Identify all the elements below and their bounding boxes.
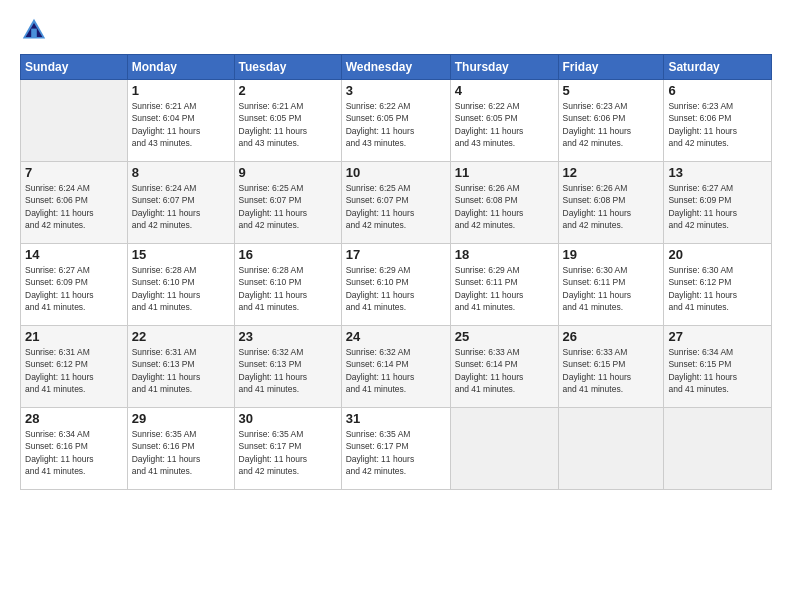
- calendar-cell: 13Sunrise: 6:27 AM Sunset: 6:09 PM Dayli…: [664, 162, 772, 244]
- day-number: 17: [346, 247, 446, 262]
- day-info: Sunrise: 6:24 AM Sunset: 6:07 PM Dayligh…: [132, 182, 230, 231]
- svg-rect-2: [31, 29, 37, 37]
- day-number: 24: [346, 329, 446, 344]
- day-number: 25: [455, 329, 554, 344]
- calendar-cell: 14Sunrise: 6:27 AM Sunset: 6:09 PM Dayli…: [21, 244, 128, 326]
- day-number: 7: [25, 165, 123, 180]
- calendar-header: SundayMondayTuesdayWednesdayThursdayFrid…: [21, 55, 772, 80]
- week-row-1: 1Sunrise: 6:21 AM Sunset: 6:04 PM Daylig…: [21, 80, 772, 162]
- calendar-cell: 17Sunrise: 6:29 AM Sunset: 6:10 PM Dayli…: [341, 244, 450, 326]
- calendar-cell: 10Sunrise: 6:25 AM Sunset: 6:07 PM Dayli…: [341, 162, 450, 244]
- day-number: 16: [239, 247, 337, 262]
- calendar-cell: 30Sunrise: 6:35 AM Sunset: 6:17 PM Dayli…: [234, 408, 341, 490]
- day-info: Sunrise: 6:26 AM Sunset: 6:08 PM Dayligh…: [563, 182, 660, 231]
- day-info: Sunrise: 6:26 AM Sunset: 6:08 PM Dayligh…: [455, 182, 554, 231]
- calendar-cell: [558, 408, 664, 490]
- calendar-cell: 29Sunrise: 6:35 AM Sunset: 6:16 PM Dayli…: [127, 408, 234, 490]
- day-number: 28: [25, 411, 123, 426]
- day-number: 8: [132, 165, 230, 180]
- day-info: Sunrise: 6:35 AM Sunset: 6:17 PM Dayligh…: [239, 428, 337, 477]
- calendar-cell: 6Sunrise: 6:23 AM Sunset: 6:06 PM Daylig…: [664, 80, 772, 162]
- day-number: 19: [563, 247, 660, 262]
- day-number: 11: [455, 165, 554, 180]
- day-info: Sunrise: 6:30 AM Sunset: 6:12 PM Dayligh…: [668, 264, 767, 313]
- day-number: 23: [239, 329, 337, 344]
- weekday-sunday: Sunday: [21, 55, 128, 80]
- calendar-cell: 5Sunrise: 6:23 AM Sunset: 6:06 PM Daylig…: [558, 80, 664, 162]
- calendar-cell: 11Sunrise: 6:26 AM Sunset: 6:08 PM Dayli…: [450, 162, 558, 244]
- weekday-tuesday: Tuesday: [234, 55, 341, 80]
- week-row-5: 28Sunrise: 6:34 AM Sunset: 6:16 PM Dayli…: [21, 408, 772, 490]
- day-info: Sunrise: 6:30 AM Sunset: 6:11 PM Dayligh…: [563, 264, 660, 313]
- day-number: 13: [668, 165, 767, 180]
- day-info: Sunrise: 6:28 AM Sunset: 6:10 PM Dayligh…: [239, 264, 337, 313]
- day-info: Sunrise: 6:33 AM Sunset: 6:15 PM Dayligh…: [563, 346, 660, 395]
- day-number: 29: [132, 411, 230, 426]
- weekday-saturday: Saturday: [664, 55, 772, 80]
- day-info: Sunrise: 6:27 AM Sunset: 6:09 PM Dayligh…: [668, 182, 767, 231]
- day-info: Sunrise: 6:25 AM Sunset: 6:07 PM Dayligh…: [239, 182, 337, 231]
- day-info: Sunrise: 6:23 AM Sunset: 6:06 PM Dayligh…: [563, 100, 660, 149]
- day-number: 14: [25, 247, 123, 262]
- day-info: Sunrise: 6:29 AM Sunset: 6:11 PM Dayligh…: [455, 264, 554, 313]
- day-number: 12: [563, 165, 660, 180]
- day-number: 21: [25, 329, 123, 344]
- calendar-cell: 24Sunrise: 6:32 AM Sunset: 6:14 PM Dayli…: [341, 326, 450, 408]
- calendar-cell: 28Sunrise: 6:34 AM Sunset: 6:16 PM Dayli…: [21, 408, 128, 490]
- day-info: Sunrise: 6:34 AM Sunset: 6:15 PM Dayligh…: [668, 346, 767, 395]
- day-number: 2: [239, 83, 337, 98]
- day-number: 5: [563, 83, 660, 98]
- day-info: Sunrise: 6:31 AM Sunset: 6:12 PM Dayligh…: [25, 346, 123, 395]
- calendar-cell: 18Sunrise: 6:29 AM Sunset: 6:11 PM Dayli…: [450, 244, 558, 326]
- day-info: Sunrise: 6:33 AM Sunset: 6:14 PM Dayligh…: [455, 346, 554, 395]
- day-info: Sunrise: 6:29 AM Sunset: 6:10 PM Dayligh…: [346, 264, 446, 313]
- calendar-cell: 9Sunrise: 6:25 AM Sunset: 6:07 PM Daylig…: [234, 162, 341, 244]
- day-number: 3: [346, 83, 446, 98]
- week-row-2: 7Sunrise: 6:24 AM Sunset: 6:06 PM Daylig…: [21, 162, 772, 244]
- calendar-cell: 15Sunrise: 6:28 AM Sunset: 6:10 PM Dayli…: [127, 244, 234, 326]
- day-info: Sunrise: 6:21 AM Sunset: 6:04 PM Dayligh…: [132, 100, 230, 149]
- calendar-cell: 2Sunrise: 6:21 AM Sunset: 6:05 PM Daylig…: [234, 80, 341, 162]
- calendar-cell: 31Sunrise: 6:35 AM Sunset: 6:17 PM Dayli…: [341, 408, 450, 490]
- calendar-cell: [21, 80, 128, 162]
- day-number: 4: [455, 83, 554, 98]
- calendar-cell: 25Sunrise: 6:33 AM Sunset: 6:14 PM Dayli…: [450, 326, 558, 408]
- day-number: 22: [132, 329, 230, 344]
- day-info: Sunrise: 6:25 AM Sunset: 6:07 PM Dayligh…: [346, 182, 446, 231]
- week-row-3: 14Sunrise: 6:27 AM Sunset: 6:09 PM Dayli…: [21, 244, 772, 326]
- day-number: 1: [132, 83, 230, 98]
- day-number: 15: [132, 247, 230, 262]
- calendar-cell: 8Sunrise: 6:24 AM Sunset: 6:07 PM Daylig…: [127, 162, 234, 244]
- calendar-cell: 23Sunrise: 6:32 AM Sunset: 6:13 PM Dayli…: [234, 326, 341, 408]
- day-info: Sunrise: 6:22 AM Sunset: 6:05 PM Dayligh…: [455, 100, 554, 149]
- calendar-cell: 19Sunrise: 6:30 AM Sunset: 6:11 PM Dayli…: [558, 244, 664, 326]
- calendar-cell: 4Sunrise: 6:22 AM Sunset: 6:05 PM Daylig…: [450, 80, 558, 162]
- calendar-cell: 22Sunrise: 6:31 AM Sunset: 6:13 PM Dayli…: [127, 326, 234, 408]
- day-info: Sunrise: 6:34 AM Sunset: 6:16 PM Dayligh…: [25, 428, 123, 477]
- logo: [20, 16, 50, 44]
- day-info: Sunrise: 6:35 AM Sunset: 6:17 PM Dayligh…: [346, 428, 446, 477]
- day-info: Sunrise: 6:24 AM Sunset: 6:06 PM Dayligh…: [25, 182, 123, 231]
- day-info: Sunrise: 6:27 AM Sunset: 6:09 PM Dayligh…: [25, 264, 123, 313]
- logo-icon: [20, 16, 48, 44]
- weekday-friday: Friday: [558, 55, 664, 80]
- day-number: 9: [239, 165, 337, 180]
- day-number: 26: [563, 329, 660, 344]
- weekday-monday: Monday: [127, 55, 234, 80]
- day-number: 20: [668, 247, 767, 262]
- day-number: 6: [668, 83, 767, 98]
- calendar-cell: 7Sunrise: 6:24 AM Sunset: 6:06 PM Daylig…: [21, 162, 128, 244]
- day-number: 10: [346, 165, 446, 180]
- day-number: 18: [455, 247, 554, 262]
- calendar-cell: 26Sunrise: 6:33 AM Sunset: 6:15 PM Dayli…: [558, 326, 664, 408]
- day-info: Sunrise: 6:32 AM Sunset: 6:14 PM Dayligh…: [346, 346, 446, 395]
- calendar-cell: 16Sunrise: 6:28 AM Sunset: 6:10 PM Dayli…: [234, 244, 341, 326]
- calendar-cell: 3Sunrise: 6:22 AM Sunset: 6:05 PM Daylig…: [341, 80, 450, 162]
- calendar-cell: 21Sunrise: 6:31 AM Sunset: 6:12 PM Dayli…: [21, 326, 128, 408]
- calendar-cell: [450, 408, 558, 490]
- weekday-wednesday: Wednesday: [341, 55, 450, 80]
- week-row-4: 21Sunrise: 6:31 AM Sunset: 6:12 PM Dayli…: [21, 326, 772, 408]
- weekday-row: SundayMondayTuesdayWednesdayThursdayFrid…: [21, 55, 772, 80]
- day-info: Sunrise: 6:32 AM Sunset: 6:13 PM Dayligh…: [239, 346, 337, 395]
- day-number: 30: [239, 411, 337, 426]
